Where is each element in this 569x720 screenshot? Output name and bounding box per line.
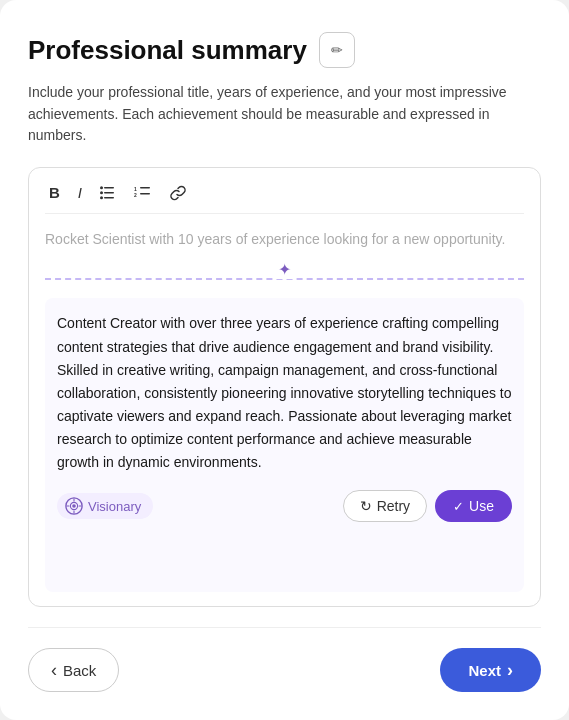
page-container: Professional summary Include your profes… (0, 0, 569, 720)
action-buttons: Retry Use (343, 490, 512, 522)
bottom-navigation: Back Next (28, 627, 541, 720)
retry-icon (360, 498, 372, 514)
ai-actions: Visionary Retry Use (57, 486, 512, 522)
visionary-badge: Visionary (57, 493, 153, 519)
italic-button[interactable]: I (74, 182, 86, 203)
svg-rect-0 (104, 187, 114, 189)
edit-button[interactable] (319, 32, 355, 68)
visionary-badge-icon (65, 497, 83, 515)
page-title: Professional summary (28, 35, 307, 66)
use-button[interactable]: Use (435, 490, 512, 522)
next-label: Next (468, 662, 501, 679)
numbered-list-icon: 1 2 (134, 186, 152, 200)
svg-point-11 (72, 504, 76, 508)
svg-point-3 (100, 186, 103, 189)
svg-rect-1 (104, 192, 114, 194)
retry-button[interactable]: Retry (343, 490, 427, 522)
link-icon (170, 185, 186, 201)
pencil-icon (331, 41, 343, 59)
link-button[interactable] (166, 183, 190, 203)
back-button[interactable]: Back (28, 648, 119, 692)
numbered-list-button[interactable]: 1 2 (130, 184, 156, 202)
list-button[interactable] (96, 184, 120, 202)
next-button[interactable]: Next (440, 648, 541, 692)
visionary-label: Visionary (88, 499, 141, 514)
svg-text:2: 2 (134, 192, 137, 198)
svg-rect-2 (104, 197, 114, 199)
ai-content-box: Content Creator with over three years of… (45, 298, 524, 592)
ai-divider-area: ✦ (45, 270, 524, 288)
editor-card: B I 1 2 (28, 167, 541, 607)
subtitle-text: Include your professional title, years o… (28, 82, 541, 147)
chevron-left-icon (51, 661, 57, 679)
back-label: Back (63, 662, 96, 679)
editor-toolbar: B I 1 2 (45, 182, 524, 214)
bold-button[interactable]: B (45, 182, 64, 203)
svg-point-4 (100, 191, 103, 194)
header-row: Professional summary (28, 32, 541, 68)
sparkle-icon: ✦ (274, 260, 295, 279)
chevron-right-icon (507, 661, 513, 679)
list-icon (100, 186, 116, 200)
check-icon (453, 498, 464, 514)
editor-placeholder[interactable]: Rocket Scientist with 10 years of experi… (45, 224, 524, 254)
svg-rect-8 (140, 187, 150, 189)
retry-label: Retry (377, 498, 410, 514)
svg-point-5 (100, 196, 103, 199)
svg-rect-9 (140, 193, 150, 195)
ai-content-text: Content Creator with over three years of… (57, 312, 512, 474)
use-label: Use (469, 498, 494, 514)
